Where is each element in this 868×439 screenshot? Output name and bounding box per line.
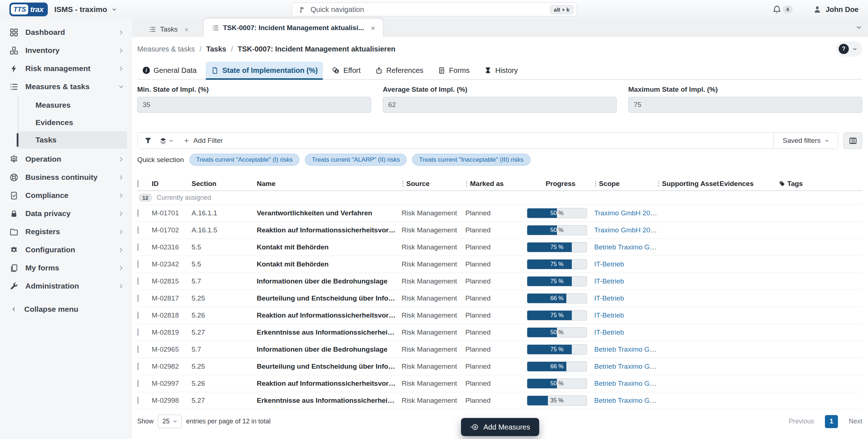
wrench-icon (9, 282, 18, 291)
sidebar-item-administration[interactable]: Administration (0, 277, 132, 295)
cell-source: Risk Management (402, 226, 465, 234)
breadcrumb-tasks[interactable]: Tasks (206, 45, 226, 53)
sidebar-item-data-privacy[interactable]: Data privacy (0, 204, 132, 223)
quick-selection-chip-2[interactable]: Treats current "Inacceptable" (III) risk… (412, 154, 530, 166)
cell-scope: Betrieb Traximo Gmb... (594, 397, 657, 405)
breadcrumb-measures-tasks[interactable]: Measures & tasks (137, 45, 195, 53)
scope-link[interactable]: IT-Betrieb (594, 311, 624, 319)
quick-navigation-input[interactable]: Quick navigation alt + k (292, 3, 577, 16)
workspace-selector[interactable]: ISMS - traximo (54, 5, 117, 14)
row-checkbox-cell (137, 363, 152, 370)
sidebar-item-evidences[interactable]: Evidences (18, 114, 127, 131)
sidebar-item-measures-tasks[interactable]: Measures & tasks (0, 78, 132, 96)
scope-link[interactable]: Betrieb Traximo Gmb... (594, 397, 657, 404)
row-checkbox[interactable] (137, 311, 139, 319)
row-checkbox[interactable] (137, 277, 139, 285)
scope-link[interactable]: Traximo GmbH 2020 (594, 209, 657, 217)
next-page-button[interactable]: Next (849, 418, 862, 425)
scope-link[interactable]: IT-Betrieb (594, 294, 624, 302)
content-panel: Measures & tasks / Tasks / TSK-0007: Inc… (132, 37, 868, 439)
close-tab-icon[interactable]: × (185, 26, 189, 33)
column-header-label: Tags (787, 180, 803, 188)
tab-forms[interactable]: Forms (432, 62, 475, 79)
sidebar-item-configuration[interactable]: Configuration (0, 241, 132, 259)
window-tab-0[interactable]: Tasks× (143, 22, 194, 37)
add-filter-button[interactable]: Add Filter (184, 137, 223, 145)
row-checkbox[interactable] (137, 363, 139, 370)
column-header-supporting-asset[interactable]: Supporting Asset (657, 180, 720, 188)
row-checkbox[interactable] (137, 397, 139, 404)
column-header-marked-as[interactable]: Marked as (465, 180, 527, 188)
collapse-menu-button[interactable]: Collapse menu (0, 300, 132, 318)
sidebar-item-business-continuity[interactable]: Business continuity (0, 168, 132, 186)
cell-source: Risk Management (402, 363, 465, 370)
column-header-id[interactable]: ID (152, 180, 192, 188)
quick-selection-chip-1[interactable]: Treats current "ALARP" (II) risks (305, 154, 407, 166)
row-checkbox[interactable] (137, 294, 139, 302)
help-button[interactable]: ? (836, 41, 862, 57)
scope-link[interactable]: Betrieb Traximo Gmb... (594, 363, 657, 370)
close-tab-icon[interactable]: × (371, 25, 375, 32)
user-menu[interactable]: John Doe (813, 5, 859, 14)
row-checkbox[interactable] (137, 345, 139, 353)
scope-link[interactable]: Betrieb Traximo Gmb... (594, 380, 657, 387)
app-logo[interactable]: TTS trax (9, 3, 48, 16)
column-settings-button[interactable] (843, 132, 862, 149)
row-checkbox[interactable] (137, 328, 139, 336)
field-value-input[interactable]: 75 (628, 97, 862, 113)
scope-link[interactable]: IT-Betrieb (594, 260, 624, 268)
previous-page-button[interactable]: Previous (789, 418, 814, 425)
breadcrumb-row: Measures & tasks / Tasks / TSK-0007: Inc… (137, 37, 862, 61)
column-header-evidences[interactable]: Evidences (720, 180, 779, 188)
scope-link[interactable]: Betrieb Traximo Gmb... (594, 243, 657, 251)
column-header-tags[interactable]: Tags (779, 180, 846, 188)
sidebar-item-compliance[interactable]: Compliance (0, 186, 132, 204)
row-checkbox[interactable] (137, 209, 139, 217)
tab-state-of-implementation-%-[interactable]: State of Implementation (%) (206, 62, 323, 79)
notifications-button[interactable]: 4 (772, 5, 793, 15)
progress-bar: 75 %75 % (527, 276, 587, 286)
row-checkbox[interactable] (137, 380, 139, 387)
column-header-name[interactable]: Name (257, 180, 402, 188)
column-header-progress[interactable]: Progress (527, 180, 594, 188)
column-header-label: Progress (546, 180, 575, 188)
sidebar-item-measures[interactable]: Measures (18, 96, 127, 114)
quick-selection-chip-0[interactable]: Treats current "Acceptable" (I) risks (189, 154, 300, 166)
column-header-section[interactable]: Section (192, 180, 257, 188)
tab-effort[interactable]: $Effort (327, 62, 366, 79)
page-size-select[interactable]: 25 (158, 415, 182, 428)
filter-presets-button[interactable] (159, 137, 173, 145)
tab-list-chevron-icon[interactable] (856, 24, 862, 31)
field-value-input[interactable]: 35 (137, 97, 371, 113)
filter-funnel-icon[interactable] (144, 137, 152, 145)
scope-link[interactable]: IT-Betrieb (594, 277, 624, 285)
saved-filters-button[interactable]: Saved filters (773, 133, 838, 149)
window-tab-1[interactable]: TSK-0007: Incident Management aktualisi.… (204, 19, 383, 37)
scope-link[interactable]: Betrieb Traximo Gmb... (594, 345, 657, 353)
page-1-button[interactable]: 1 (825, 415, 838, 428)
tab-history[interactable]: History (479, 62, 523, 79)
column-header-source[interactable]: Source (402, 180, 465, 188)
select-all-checkbox[interactable] (137, 180, 139, 187)
scope-link[interactable]: IT-Betrieb (594, 328, 624, 336)
row-checkbox[interactable] (137, 243, 139, 251)
sidebar-item-dashboard[interactable]: Dashboard (0, 23, 132, 41)
cell-scope: Betrieb Traximo Gmb... (594, 345, 657, 353)
sidebar-item-risk-management[interactable]: Risk management (0, 59, 132, 78)
row-checkbox[interactable] (137, 226, 139, 234)
sidebar-item-tasks[interactable]: Tasks (18, 131, 127, 149)
tab-references[interactable]: References (370, 62, 429, 79)
cell-scope: IT-Betrieb (594, 277, 657, 285)
column-header-scope[interactable]: Scope (594, 180, 657, 188)
sidebar-item-my-forms[interactable]: My forms (0, 259, 132, 277)
sidebar-item-inventory[interactable]: Inventory (0, 41, 132, 59)
scope-link[interactable]: Traximo GmbH 2020 (594, 226, 657, 234)
signpost-icon (298, 6, 305, 13)
tab-general-data[interactable]: iGeneral Data (137, 62, 202, 79)
cell-id: M-02817 (152, 294, 192, 302)
sidebar-item-registers[interactable]: Registers (0, 223, 132, 241)
sidebar-item-operation[interactable]: Operation (0, 150, 132, 168)
row-checkbox[interactable] (137, 260, 139, 268)
add-measures-button[interactable]: Add Measures (461, 418, 539, 436)
field-value-input[interactable]: 62 (383, 97, 617, 113)
